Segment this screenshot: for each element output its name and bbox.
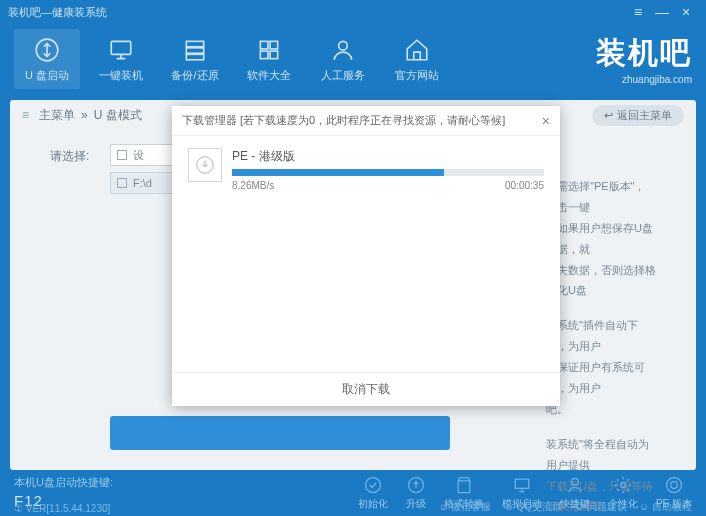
svg-point-16 — [666, 478, 681, 493]
hamburger-icon[interactable]: ≡ — [22, 108, 29, 122]
top-nav: U 盘启动 一键装机 备份/还原 软件大全 人工服务 官方网站 装机吧 zhua… — [0, 24, 706, 94]
link-feedback[interactable]: ☺ 问题建议 — [574, 500, 627, 514]
back-button[interactable]: ↩返回主菜单 — [592, 105, 684, 126]
cancel-download-button[interactable]: 取消下载 — [172, 372, 560, 406]
crumb-current: U 盘模式 — [94, 107, 142, 124]
svg-rect-1 — [111, 41, 131, 54]
server-icon — [181, 36, 209, 64]
background-text: 不需选择"PE版本"，点击一键。如果用户想保存U盘数据，就丢失数据，否则选择格式… — [546, 176, 656, 516]
download-speed: 8.26MB/s — [232, 180, 274, 191]
link-wechat[interactable]: ☺ 微信客服 — [438, 500, 491, 514]
crumb-sep: » — [81, 108, 88, 122]
svg-rect-5 — [260, 41, 268, 49]
svg-point-14 — [572, 478, 579, 485]
nav-support[interactable]: 人工服务 — [310, 29, 376, 89]
svg-rect-4 — [186, 54, 203, 59]
brand-name: 装机吧 — [596, 33, 692, 74]
window-title: 装机吧—健康装系统 — [8, 5, 626, 20]
brand-url: zhuangjiba.com — [596, 74, 692, 85]
version-label: ① VER[11.5.44.1230] — [14, 503, 110, 514]
nav-usb-boot[interactable]: U 盘启动 — [14, 29, 80, 89]
monitor-icon — [107, 36, 135, 64]
checkbox-icon[interactable] — [117, 150, 127, 160]
select-label: 请选择: — [50, 148, 89, 165]
titlebar: 装机吧—健康装系统 ≡ — × — [0, 0, 706, 24]
tool-upgrade[interactable]: 升级 — [406, 475, 426, 511]
nav-oneclick[interactable]: 一键装机 — [88, 29, 154, 89]
tool-init[interactable]: 初始化 — [358, 475, 388, 511]
download-icon — [188, 148, 222, 182]
nav-backup[interactable]: 备份/还原 — [162, 29, 228, 89]
svg-point-15 — [620, 483, 625, 488]
nav-software[interactable]: 软件大全 — [236, 29, 302, 89]
svg-point-17 — [671, 482, 678, 489]
home-icon — [403, 36, 431, 64]
primary-action-button[interactable] — [110, 416, 450, 450]
bottom-links: ☺ 微信客服 ☺ QQ交流群 ☺ 问题建议 ☺ 自助教程 — [438, 500, 692, 514]
modal-title: 下载管理器 [若下载速度为0，此时程序正在寻找资源，请耐心等候] — [182, 113, 505, 128]
svg-point-9 — [339, 41, 348, 50]
menu-button[interactable]: ≡ — [626, 4, 650, 20]
grid-icon — [255, 36, 283, 64]
back-icon: ↩ — [604, 109, 613, 122]
download-item: PE - 港级版 8.26MB/s 00:00:35 — [172, 136, 560, 203]
link-tutorial[interactable]: ☺ 自助教程 — [639, 500, 692, 514]
link-qq[interactable]: ☺ QQ交流群 — [503, 500, 562, 514]
checkbox-icon[interactable] — [117, 178, 127, 188]
modal-header: 下载管理器 [若下载速度为0，此时程序正在寻找资源，请耐心等候] × — [172, 106, 560, 136]
usb-icon — [33, 36, 61, 64]
progress-fill — [232, 169, 444, 176]
minimize-button[interactable]: — — [650, 4, 674, 20]
svg-rect-3 — [186, 47, 203, 52]
download-eta: 00:00:35 — [505, 180, 544, 191]
svg-rect-8 — [270, 51, 278, 59]
download-modal: 下载管理器 [若下载速度为0，此时程序正在寻找资源，请耐心等候] × PE - … — [172, 106, 560, 406]
svg-rect-6 — [270, 41, 278, 49]
svg-rect-13 — [515, 479, 528, 488]
svg-rect-2 — [186, 41, 203, 46]
download-name: PE - 港级版 — [232, 148, 544, 165]
progress-bar — [232, 169, 544, 176]
svg-rect-7 — [260, 51, 268, 59]
person-icon — [329, 36, 357, 64]
nav-website[interactable]: 官方网站 — [384, 29, 450, 89]
crumb-main[interactable]: 主菜单 — [39, 107, 75, 124]
svg-point-11 — [365, 478, 380, 493]
brand: 装机吧 zhuangjiba.com — [596, 33, 692, 85]
close-icon[interactable]: × — [542, 113, 550, 129]
close-button[interactable]: × — [674, 4, 698, 20]
